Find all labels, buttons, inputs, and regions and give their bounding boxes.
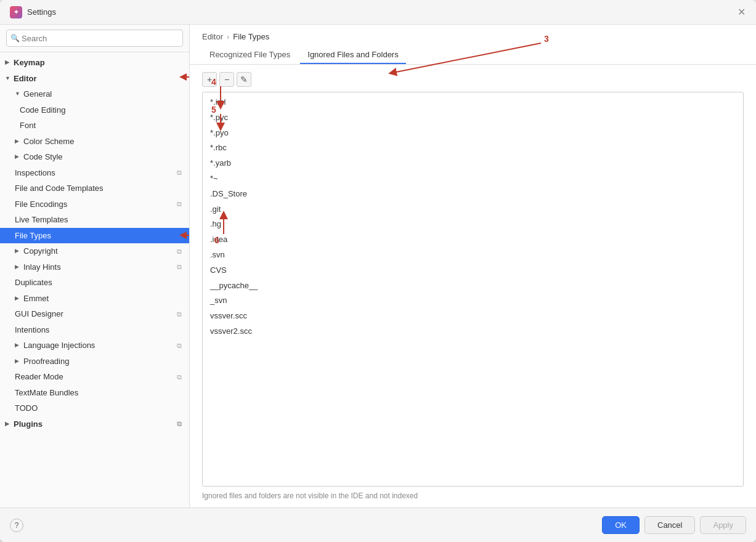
- copy-icon: ⧉: [177, 419, 182, 429]
- ok-button[interactable]: OK: [602, 516, 640, 534]
- annotation-arrow-1: 1: [177, 70, 189, 84]
- sidebar-item-label: Color Scheme: [23, 136, 74, 148]
- list-item[interactable]: *.yarb: [203, 156, 743, 171]
- chevron-icon: ▶: [15, 153, 21, 161]
- app-icon: ✦: [10, 6, 22, 18]
- list-item[interactable]: .git: [203, 202, 743, 217]
- sidebar-item-intentions[interactable]: Intentions: [0, 322, 189, 338]
- chevron-icon: ▶: [15, 263, 21, 272]
- sidebar-item-code-style[interactable]: ▶ Code Style: [0, 149, 189, 165]
- sidebar-item-label: File Encodings: [15, 198, 67, 211]
- list-item[interactable]: *.pyo: [203, 126, 743, 141]
- chevron-icon: ▶: [5, 59, 11, 67]
- sidebar-item-label: Code Editing: [20, 104, 65, 116]
- sidebar-item-label: File and Code Templates: [15, 182, 104, 195]
- apply-button[interactable]: Apply: [700, 516, 746, 534]
- list-item[interactable]: *.rbc: [203, 140, 743, 156]
- sidebar-item-label: Inlay Hints: [23, 261, 61, 273]
- tab-recognized[interactable]: Recognized File Types: [202, 46, 298, 64]
- tabs-bar: Recognized File Types Ignored Files and …: [190, 46, 756, 65]
- remove-button[interactable]: −: [219, 72, 234, 87]
- sidebar-item-color-scheme[interactable]: ▶ Color Scheme: [0, 134, 189, 150]
- sidebar-item-label: TextMate Bundles: [15, 387, 78, 399]
- file-list[interactable]: *.iml *.pyc *.pyo *.rbc *.yarb *~ .DS_St…: [202, 92, 744, 487]
- sidebar-item-editor[interactable]: ▼ Editor 1: [0, 71, 189, 87]
- sidebar-item-label: Font: [20, 119, 36, 132]
- chevron-icon: ▶: [15, 247, 21, 256]
- chevron-down-icon: ▼: [15, 90, 21, 99]
- copy-icon: ⧉: [177, 246, 182, 257]
- list-item[interactable]: vssver2.scc: [203, 324, 743, 339]
- sidebar-item-label: Inspections: [15, 167, 55, 179]
- copy-icon: ⧉: [177, 199, 182, 209]
- sidebar-item-duplicates[interactable]: Duplicates: [0, 275, 189, 291]
- breadcrumb: Editor › File Types: [190, 25, 756, 46]
- sidebar-item-label: Copyright: [23, 245, 58, 257]
- breadcrumb-separator: ›: [227, 32, 229, 41]
- chevron-icon: ▶: [15, 357, 21, 366]
- sidebar-item-label: Language Injections: [23, 339, 95, 352]
- sidebar-item-language-injections[interactable]: ▶ Language Injections ⧉: [0, 338, 189, 354]
- help-button[interactable]: ?: [10, 519, 23, 532]
- sidebar-item-file-types[interactable]: File Types 2: [0, 228, 189, 244]
- sidebar-item-textmate-bundles[interactable]: TextMate Bundles: [0, 385, 189, 401]
- list-item[interactable]: .idea: [203, 232, 743, 248]
- tab-ignored[interactable]: Ignored Files and Folders: [300, 46, 405, 64]
- list-item[interactable]: _svn: [203, 293, 743, 309]
- list-item[interactable]: CVS: [203, 263, 743, 278]
- edit-button[interactable]: ✎: [237, 72, 251, 87]
- sidebar-item-reader-mode[interactable]: Reader Mode ⧉: [0, 369, 189, 385]
- copy-icon: ⧉: [177, 168, 182, 178]
- sidebar-item-code-editing[interactable]: Code Editing: [0, 102, 189, 118]
- chevron-icon: ▶: [5, 420, 11, 429]
- sidebar-item-label: Keymap: [14, 57, 45, 69]
- list-item[interactable]: *.iml: [203, 95, 743, 110]
- sidebar-item-copyright[interactable]: ▶ Copyright ⧉: [0, 243, 189, 259]
- sidebar-tree: ▶ Keymap ▼ Editor 1: [0, 52, 189, 508]
- settings-window: ✦ Settings ✕ 🔍 ▶ Keymap: [0, 0, 756, 542]
- list-item[interactable]: vssver.scc: [203, 309, 743, 324]
- copy-icon: ⧉: [177, 262, 182, 272]
- sidebar-item-gui-designer[interactable]: GUI Designer ⧉: [0, 306, 189, 322]
- content-area: 3 4 5 6 Editor › File Types Recognized F…: [190, 25, 756, 508]
- list-item[interactable]: .svn: [203, 248, 743, 263]
- list-item[interactable]: *.pyc: [203, 110, 743, 126]
- search-input[interactable]: [6, 30, 183, 47]
- bottom-bar: ? OK Cancel Apply: [0, 508, 756, 542]
- sidebar-item-live-templates[interactable]: Live Templates: [0, 212, 189, 228]
- search-box: 🔍: [0, 25, 189, 52]
- sidebar-item-label: Emmet: [23, 293, 49, 305]
- sidebar-item-file-encodings[interactable]: File Encodings ⧉: [0, 196, 189, 212]
- sidebar-item-font[interactable]: Font: [0, 118, 189, 134]
- list-item[interactable]: .DS_Store: [203, 187, 743, 202]
- sidebar-item-proofreading[interactable]: ▶ Proofreading: [0, 354, 189, 370]
- sidebar: 🔍 ▶ Keymap ▼ Editor: [0, 25, 190, 508]
- list-item[interactable]: .hg: [203, 217, 743, 232]
- close-button[interactable]: ✕: [736, 7, 746, 17]
- sidebar-item-inlay-hints[interactable]: ▶ Inlay Hints ⧉: [0, 259, 189, 275]
- sidebar-item-general[interactable]: ▼ General: [0, 86, 189, 102]
- cancel-button[interactable]: Cancel: [644, 516, 695, 534]
- sidebar-item-keymap[interactable]: ▶ Keymap: [0, 55, 189, 71]
- sidebar-item-label: Live Templates: [15, 214, 68, 226]
- list-item[interactable]: *~: [203, 171, 743, 187]
- title-bar: ✦ Settings ✕: [0, 0, 756, 25]
- copy-icon: ⧉: [177, 309, 182, 320]
- add-button[interactable]: +: [202, 72, 217, 87]
- sidebar-item-emmet[interactable]: ▶ Emmet: [0, 291, 189, 307]
- sidebar-item-file-code-templates[interactable]: File and Code Templates: [0, 180, 189, 196]
- sidebar-item-label: Intentions: [15, 324, 49, 336]
- annotation-arrow-2: 2: [177, 228, 189, 243]
- bottom-actions: OK Cancel Apply: [602, 516, 746, 534]
- sidebar-item-label: File Types: [15, 230, 51, 242]
- sidebar-item-plugins[interactable]: ▶ Plugins ⧉: [0, 416, 189, 432]
- sidebar-item-label: Reader Mode: [15, 371, 63, 383]
- chevron-down-icon: ▼: [5, 75, 11, 83]
- list-item[interactable]: __pycache__: [203, 278, 743, 294]
- main-content: 🔍 ▶ Keymap ▼ Editor: [0, 25, 756, 508]
- sidebar-item-inspections[interactable]: Inspections ⧉: [0, 165, 189, 181]
- sidebar-item-label: Duplicates: [15, 277, 52, 289]
- sidebar-item-label: TODO: [15, 402, 38, 415]
- search-wrapper: 🔍: [6, 30, 183, 47]
- sidebar-item-todo[interactable]: TODO: [0, 400, 189, 416]
